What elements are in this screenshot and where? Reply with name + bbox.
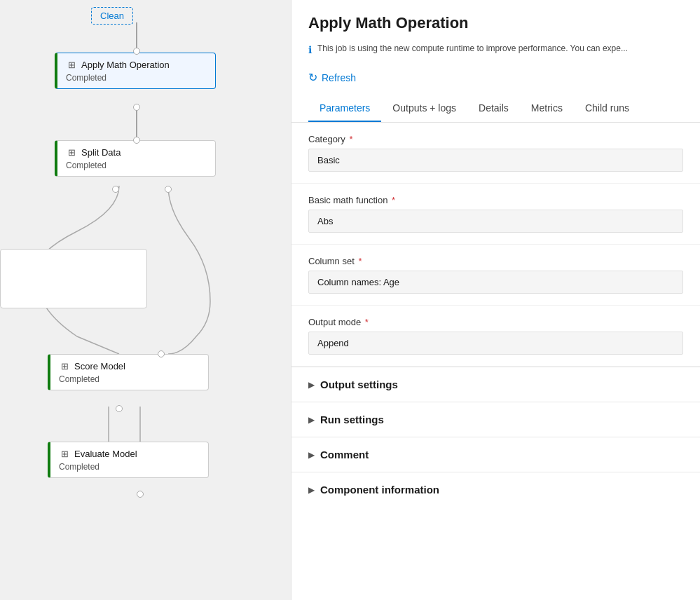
refresh-label: Refresh bbox=[322, 72, 356, 83]
apply-math-icon: ⊞ bbox=[66, 59, 77, 70]
category-required: * bbox=[349, 134, 352, 144]
column-set-required: * bbox=[358, 256, 362, 266]
comment-title: Comment bbox=[320, 449, 369, 461]
run-settings-title: Run settings bbox=[320, 414, 384, 425]
output-mode-required: * bbox=[365, 317, 369, 327]
comment-section: ▶ Comment bbox=[291, 437, 700, 472]
category-field: Category * Basic bbox=[291, 123, 700, 184]
component-info-header[interactable]: ▶ Component information bbox=[291, 472, 700, 507]
apply-math-node[interactable]: ⊞ Apply Math Operation Completed bbox=[55, 53, 216, 89]
column-set-field: Column set * Column names: Age bbox=[291, 245, 700, 306]
score-model-title: ⊞ Score Model bbox=[59, 360, 200, 371]
score-model-status: Completed bbox=[59, 374, 200, 384]
port-evaluate-model-bottom bbox=[137, 491, 144, 498]
apply-math-title: ⊞ Apply Math Operation bbox=[66, 59, 207, 70]
component-info-chevron: ▶ bbox=[308, 485, 315, 495]
math-function-label: Basic math function bbox=[308, 195, 387, 205]
split-data-icon: ⊞ bbox=[66, 146, 77, 158]
port-split-data-top bbox=[133, 137, 140, 144]
run-settings-section: ▶ Run settings bbox=[291, 402, 700, 437]
port-apply-math-bottom bbox=[133, 104, 140, 111]
score-model-icon: ⊞ bbox=[59, 360, 70, 371]
tab-details[interactable]: Details bbox=[467, 95, 520, 122]
split-data-node[interactable]: ⊞ Split Data Completed bbox=[55, 140, 216, 177]
tab-outputs-logs[interactable]: Outputs + logs bbox=[381, 95, 467, 122]
math-function-required: * bbox=[392, 195, 395, 205]
panel-header: Apply Math Operation ℹ This job is using… bbox=[291, 0, 700, 123]
tabs-container: Parameters Outputs + logs Details Metric… bbox=[308, 95, 683, 122]
info-banner: ℹ This job is using the new compute runt… bbox=[308, 39, 683, 60]
category-label: Category bbox=[308, 134, 345, 144]
tab-child-runs[interactable]: Child runs bbox=[574, 95, 640, 122]
apply-math-status: Completed bbox=[66, 73, 207, 83]
evaluate-model-status: Completed bbox=[59, 462, 200, 472]
clean-node-label: Clean bbox=[100, 11, 124, 21]
run-settings-header[interactable]: ▶ Run settings bbox=[291, 402, 700, 437]
output-settings-title: Output settings bbox=[320, 379, 398, 390]
pipeline-canvas: Clean ⊞ Apply Math Operation Completed ⊞… bbox=[0, 0, 291, 600]
evaluate-model-title: ⊞ Evaluate Model bbox=[59, 448, 200, 459]
port-apply-math-top bbox=[133, 48, 140, 55]
refresh-icon: ↻ bbox=[308, 71, 317, 84]
output-mode-label: Output mode bbox=[308, 317, 361, 327]
component-info-title: Component information bbox=[320, 484, 439, 496]
details-panel: Apply Math Operation ℹ This job is using… bbox=[291, 0, 700, 600]
refresh-button[interactable]: ↻ Refresh bbox=[308, 68, 356, 87]
component-info-section: ▶ Component information bbox=[291, 472, 700, 507]
output-mode-value: Append bbox=[308, 332, 683, 355]
math-function-value: Abs bbox=[308, 210, 683, 233]
evaluate-model-node[interactable]: ⊞ Evaluate Model Completed bbox=[48, 442, 209, 478]
clean-node[interactable]: Clean bbox=[91, 7, 133, 25]
port-score-model-bottom bbox=[116, 405, 123, 412]
output-settings-header[interactable]: ▶ Output settings bbox=[291, 367, 700, 402]
intermediate-node bbox=[0, 249, 147, 308]
evaluate-model-icon: ⊞ bbox=[59, 448, 70, 459]
output-settings-chevron: ▶ bbox=[308, 380, 315, 390]
panel-body: Category * Basic Basic math function * A… bbox=[291, 123, 700, 600]
category-value: Basic bbox=[308, 149, 683, 172]
port-score-model-top bbox=[158, 350, 165, 357]
info-icon: ℹ bbox=[308, 44, 312, 55]
score-model-node[interactable]: ⊞ Score Model Completed bbox=[48, 354, 209, 390]
column-set-value: Column names: Age bbox=[308, 271, 683, 294]
run-settings-chevron: ▶ bbox=[308, 415, 315, 425]
tab-metrics[interactable]: Metrics bbox=[520, 95, 574, 122]
column-set-label: Column set bbox=[308, 256, 355, 266]
output-settings-section: ▶ Output settings bbox=[291, 367, 700, 402]
panel-title: Apply Math Operation bbox=[308, 14, 683, 32]
port-split-data-right bbox=[165, 186, 172, 193]
math-function-field: Basic math function * Abs bbox=[291, 184, 700, 245]
port-split-data-left bbox=[112, 186, 119, 193]
split-data-status: Completed bbox=[66, 161, 207, 170]
comment-header[interactable]: ▶ Comment bbox=[291, 437, 700, 472]
split-data-title: ⊞ Split Data bbox=[66, 146, 207, 158]
output-mode-field: Output mode * Append bbox=[291, 306, 700, 367]
tab-parameters[interactable]: Parameters bbox=[308, 95, 381, 122]
info-text: This job is using the new compute runtim… bbox=[317, 43, 628, 53]
comment-chevron: ▶ bbox=[308, 450, 315, 460]
